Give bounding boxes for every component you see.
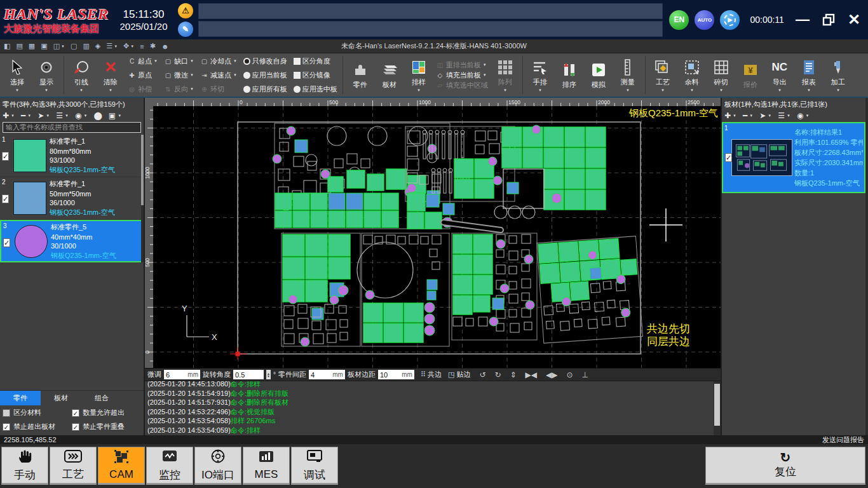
micro-joint-button[interactable]: ▢微连▼ xyxy=(161,68,196,82)
select-sheet-icon[interactable]: ➤▼ xyxy=(759,111,771,120)
stack-icon[interactable]: ≡ xyxy=(140,43,144,50)
option-checkbox-数量允许超出[interactable]: ✓数量允许超出 xyxy=(72,408,141,417)
apply-current-radio[interactable]: 应用当前板 xyxy=(241,68,290,82)
distinguish-mirror-checkbox[interactable]: 区分镜像 xyxy=(291,68,340,82)
select-part-icon[interactable]: ➤▼ xyxy=(37,111,50,120)
mode-button-监控[interactable]: 监控 xyxy=(146,447,193,485)
mode-button-MES[interactable]: MES xyxy=(243,447,290,485)
mode-button-CAM[interactable]: CAM xyxy=(98,447,145,485)
option-checkbox-区分材料[interactable]: 区分材料 xyxy=(3,408,72,417)
export-button[interactable]: NC 导出▼ xyxy=(765,55,794,95)
notch-button[interactable]: ▢缺口▼ xyxy=(161,54,196,68)
sort-part-icon[interactable]: ☰▼ xyxy=(56,111,69,120)
save-as-icon[interactable]: ◫▼ xyxy=(53,42,65,50)
edit-note-icon[interactable]: ✎ xyxy=(178,22,193,37)
chop-button[interactable]: 碎切▼ xyxy=(707,55,736,95)
measure-button[interactable]: 测量▼ xyxy=(613,55,642,95)
renest-current-button[interactable]: ◫重排当前板▼ xyxy=(433,60,491,70)
add-part-icon[interactable]: ✚▼ xyxy=(3,111,15,120)
nest-button[interactable]: 排样▼ xyxy=(404,55,433,95)
parts-scrollbar[interactable] xyxy=(141,135,144,262)
mirror-horizontal-icon[interactable]: ▶◀ xyxy=(526,370,537,379)
panel-tab-板材[interactable]: 板材 xyxy=(41,391,81,405)
mode-button-IO端口[interactable]: IO端口 xyxy=(194,447,241,485)
sort-button[interactable]: 排序 xyxy=(555,55,584,95)
part-list-item[interactable]: 3✓标准零件_540mm*40mm30/1000钢板Q235-1mm-空气 xyxy=(0,220,144,262)
save-icon[interactable]: ▣ xyxy=(41,42,47,50)
remove-sheet-icon[interactable]: ━▼ xyxy=(743,111,753,120)
process-button[interactable]: 工艺▼ xyxy=(648,55,677,95)
report-button[interactable]: 报表▼ xyxy=(794,55,824,95)
open-file-icon[interactable]: ▦ xyxy=(29,42,35,50)
lock-part-icon[interactable]: ⬤ xyxy=(93,111,102,120)
minimize-button[interactable]: — xyxy=(796,11,810,28)
log-scrollbar[interactable] xyxy=(714,381,721,435)
manual-nest-button[interactable]: 手排▼ xyxy=(526,55,555,95)
part-list-item[interactable]: 1✓标准零件_180mm*80mm93/1000钢板Q235-1mm-空气 xyxy=(0,135,144,177)
lead-line-button[interactable]: 引线▼ xyxy=(67,55,96,95)
add-sheet-icon[interactable]: ✚▼ xyxy=(724,111,736,120)
nest-result-item[interactable]: 1 ✓ 名称:排样结果1利用率:101.659 xyxy=(722,122,865,193)
part-list-item[interactable]: 2✓标准零件_150mm*50mm36/1000钢板Q235-1mm-空气 xyxy=(0,177,144,220)
window-icon[interactable]: ◈ xyxy=(95,42,100,50)
distinguish-angle-checkbox[interactable]: 区分角度 xyxy=(291,54,340,68)
part-checkbox[interactable]: ✓ xyxy=(2,152,9,161)
sheet-button[interactable]: 板材 xyxy=(375,55,404,95)
simulate-button[interactable]: 模拟 xyxy=(584,55,613,95)
slow-point-button[interactable]: ⇥减速点▼ xyxy=(198,68,240,82)
part-search-input[interactable]: 输入零件名称或拼音查找 xyxy=(3,122,141,133)
restore-button[interactable] xyxy=(822,13,835,26)
reverse-button[interactable]: ⇅反向▼ xyxy=(161,82,196,96)
ring-cut-button[interactable]: ⊕环切 xyxy=(198,82,240,96)
rotate-ccw-icon[interactable]: ↺ xyxy=(479,370,485,379)
part-checkbox[interactable]: ✓ xyxy=(2,194,9,203)
rotate-cw-icon[interactable]: ↻ xyxy=(494,370,501,379)
option-checkbox-禁止零件重叠[interactable]: ✓禁止零件重叠 xyxy=(72,422,141,431)
apply-all-radio[interactable]: 应用所有板 xyxy=(241,82,290,96)
align-origin-icon[interactable]: ⊥ xyxy=(582,370,588,379)
auto-mode-button[interactable]: AUTO xyxy=(695,10,714,30)
warning-icon[interactable]: ⚠ xyxy=(178,3,193,18)
machine-button[interactable]: 加工▼ xyxy=(824,55,853,95)
array-button[interactable]: 阵列▼ xyxy=(491,55,520,95)
flip-vertical-icon[interactable]: ⇕ xyxy=(510,370,517,379)
mode-button-调试[interactable]: 调试 xyxy=(291,447,338,485)
only-self-radio[interactable]: 只修改自身 xyxy=(241,54,290,68)
clear-button[interactable]: ✕ 清除▼ xyxy=(96,55,125,95)
nesting-canvas[interactable]: 0500100015002000250010005000YX钢板Q235-1mm… xyxy=(145,98,721,368)
panel-tab-零件[interactable]: 零件 xyxy=(0,391,41,405)
display-button[interactable]: 显示▼ xyxy=(32,55,61,95)
remnant-button[interactable]: 余料▼ xyxy=(677,55,707,95)
origin-button[interactable]: ✚原点 xyxy=(125,68,160,82)
view-sheet-icon[interactable]: ◉▼ xyxy=(797,111,809,120)
rotate-angle-input[interactable]: 0.5 xyxy=(233,370,264,379)
view-part-icon[interactable]: ◉▼ xyxy=(75,111,87,120)
nest-result-checkbox[interactable]: ✓ xyxy=(725,153,732,162)
share-edge-button[interactable]: ⠿共边 xyxy=(421,370,442,379)
reset-button[interactable]: ↻ 复位 xyxy=(705,447,865,485)
select-button[interactable]: 选择▼ xyxy=(3,55,32,95)
quote-button[interactable]: ¥ 报价 xyxy=(736,55,765,95)
close-button[interactable]: ✕ xyxy=(848,11,860,29)
rotate-90-icon[interactable]: ⊙ xyxy=(567,370,573,379)
option-checkbox-禁止超出板材[interactable]: ✓禁止超出板材 xyxy=(3,422,72,431)
compensate-button[interactable]: ◎补偿 xyxy=(125,82,160,96)
user-icon[interactable]: ☻ xyxy=(161,43,169,50)
display-icon[interactable]: ◧ xyxy=(4,42,10,50)
rotate-angle-stepper[interactable]: ▲▼ xyxy=(266,370,271,379)
part-gap-input[interactable]: 4mm xyxy=(309,370,345,379)
panel-tab-组合[interactable]: 组合 xyxy=(81,391,122,405)
part-checkbox[interactable]: ✓ xyxy=(3,238,10,247)
frame-icon[interactable]: ▢ xyxy=(71,42,77,50)
part-button[interactable]: 零件 xyxy=(346,55,375,95)
image-icon[interactable]: ▥ xyxy=(83,42,89,50)
apply-selected-radio[interactable]: 应用选中板 xyxy=(291,82,340,96)
language-en-button[interactable]: EN xyxy=(669,10,689,30)
mirror-vertical-icon[interactable]: ◀▶ xyxy=(546,370,557,379)
mode-button-手动[interactable]: 手动 xyxy=(1,447,48,485)
fill-current-button[interactable]: ◇填充当前板▼ xyxy=(433,71,491,80)
run-status-button[interactable]: ▶ xyxy=(720,10,740,30)
command-log[interactable]: (2025-01-20 14:45:13:080)命令:排样(2025-01-2… xyxy=(145,381,721,435)
new-file-icon[interactable]: ▤ xyxy=(16,42,22,50)
part-tool-icon[interactable]: ▣▼ xyxy=(109,111,121,120)
